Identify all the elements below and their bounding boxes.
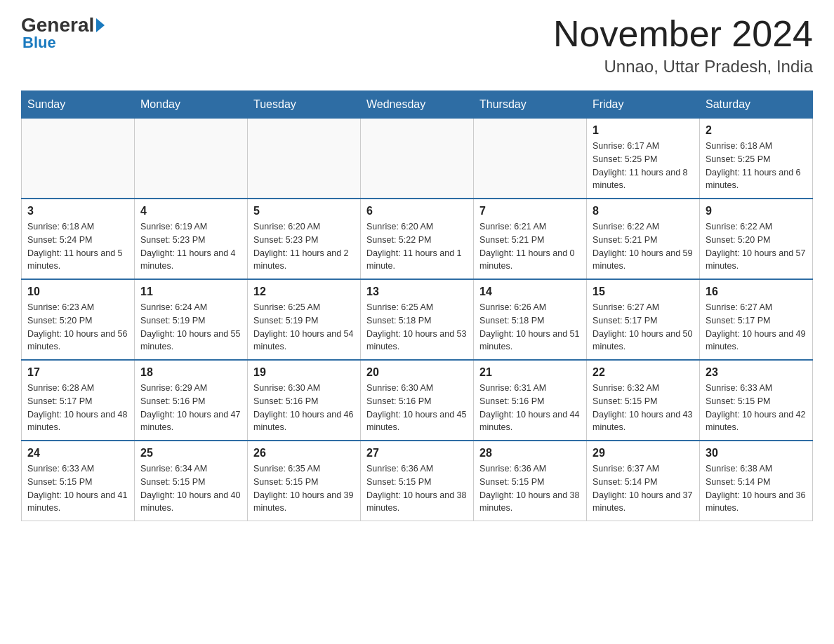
calendar-table: SundayMondayTuesdayWednesdayThursdayFrid…	[21, 90, 813, 521]
day-info: Sunrise: 6:24 AM Sunset: 5:19 PM Dayligh…	[140, 301, 241, 354]
calendar-cell: 2Sunrise: 6:18 AM Sunset: 5:25 PM Daylig…	[700, 119, 813, 199]
calendar-cell	[135, 119, 248, 199]
day-number: 27	[366, 447, 468, 459]
day-number: 10	[27, 286, 128, 298]
day-info: Sunrise: 6:22 AM Sunset: 5:20 PM Dayligh…	[706, 220, 807, 273]
day-number: 28	[479, 447, 581, 459]
calendar-day-header: Monday	[135, 91, 248, 119]
day-number: 30	[706, 447, 807, 459]
day-info: Sunrise: 6:27 AM Sunset: 5:17 PM Dayligh…	[706, 301, 807, 354]
calendar-cell: 7Sunrise: 6:21 AM Sunset: 5:21 PM Daylig…	[474, 199, 587, 279]
day-number: 1	[593, 124, 694, 137]
day-number: 25	[140, 447, 241, 459]
calendar-header-row: SundayMondayTuesdayWednesdayThursdayFrid…	[22, 91, 813, 119]
logo-blue-text: Blue	[22, 34, 56, 52]
day-number: 13	[366, 286, 468, 298]
calendar-week-row: 17Sunrise: 6:28 AM Sunset: 5:17 PM Dayli…	[22, 360, 813, 441]
day-info: Sunrise: 6:28 AM Sunset: 5:17 PM Dayligh…	[27, 382, 128, 434]
day-number: 15	[593, 286, 694, 298]
day-number: 23	[706, 366, 807, 379]
day-info: Sunrise: 6:27 AM Sunset: 5:17 PM Dayligh…	[593, 301, 694, 354]
day-info: Sunrise: 6:18 AM Sunset: 5:25 PM Dayligh…	[706, 140, 807, 192]
calendar-cell: 11Sunrise: 6:24 AM Sunset: 5:19 PM Dayli…	[135, 279, 248, 360]
calendar-cell: 12Sunrise: 6:25 AM Sunset: 5:19 PM Dayli…	[248, 279, 361, 360]
calendar-cell: 25Sunrise: 6:34 AM Sunset: 5:15 PM Dayli…	[135, 441, 248, 521]
calendar-cell: 26Sunrise: 6:35 AM Sunset: 5:15 PM Dayli…	[248, 441, 361, 521]
calendar-cell: 14Sunrise: 6:26 AM Sunset: 5:18 PM Dayli…	[474, 279, 587, 360]
day-info: Sunrise: 6:17 AM Sunset: 5:25 PM Dayligh…	[593, 140, 694, 192]
day-info: Sunrise: 6:35 AM Sunset: 5:15 PM Dayligh…	[253, 462, 355, 515]
page-header: General Blue November 2024 Unnao, Uttar …	[21, 14, 813, 76]
calendar-cell: 13Sunrise: 6:25 AM Sunset: 5:18 PM Dayli…	[361, 279, 474, 360]
calendar-cell: 22Sunrise: 6:32 AM Sunset: 5:15 PM Dayli…	[587, 360, 700, 441]
day-info: Sunrise: 6:36 AM Sunset: 5:15 PM Dayligh…	[366, 462, 468, 515]
logo: General Blue	[21, 14, 107, 52]
day-info: Sunrise: 6:25 AM Sunset: 5:19 PM Dayligh…	[253, 301, 355, 354]
page-title: November 2024	[553, 14, 813, 54]
day-number: 2	[706, 124, 807, 137]
day-info: Sunrise: 6:22 AM Sunset: 5:21 PM Dayligh…	[593, 220, 694, 273]
calendar-cell: 18Sunrise: 6:29 AM Sunset: 5:16 PM Dayli…	[135, 360, 248, 441]
calendar-cell: 30Sunrise: 6:38 AM Sunset: 5:14 PM Dayli…	[700, 441, 813, 521]
day-info: Sunrise: 6:19 AM Sunset: 5:23 PM Dayligh…	[140, 220, 241, 273]
day-number: 11	[140, 286, 241, 298]
calendar-cell	[361, 119, 474, 199]
day-number: 18	[140, 366, 241, 379]
calendar-cell	[22, 119, 135, 199]
calendar-cell: 28Sunrise: 6:36 AM Sunset: 5:15 PM Dayli…	[474, 441, 587, 521]
day-info: Sunrise: 6:33 AM Sunset: 5:15 PM Dayligh…	[706, 382, 807, 434]
day-number: 12	[253, 286, 355, 298]
day-number: 29	[593, 447, 694, 459]
calendar-cell: 17Sunrise: 6:28 AM Sunset: 5:17 PM Dayli…	[22, 360, 135, 441]
calendar-cell: 29Sunrise: 6:37 AM Sunset: 5:14 PM Dayli…	[587, 441, 700, 521]
calendar-day-header: Thursday	[474, 91, 587, 119]
day-number: 14	[479, 286, 581, 298]
day-info: Sunrise: 6:20 AM Sunset: 5:22 PM Dayligh…	[366, 220, 468, 273]
calendar-cell: 15Sunrise: 6:27 AM Sunset: 5:17 PM Dayli…	[587, 279, 700, 360]
day-info: Sunrise: 6:20 AM Sunset: 5:23 PM Dayligh…	[253, 220, 355, 273]
calendar-cell: 4Sunrise: 6:19 AM Sunset: 5:23 PM Daylig…	[135, 199, 248, 279]
day-number: 4	[140, 205, 241, 217]
day-info: Sunrise: 6:34 AM Sunset: 5:15 PM Dayligh…	[140, 462, 241, 515]
calendar-week-row: 10Sunrise: 6:23 AM Sunset: 5:20 PM Dayli…	[22, 279, 813, 360]
calendar-week-row: 3Sunrise: 6:18 AM Sunset: 5:24 PM Daylig…	[22, 199, 813, 279]
day-number: 19	[253, 366, 355, 379]
day-number: 3	[27, 205, 128, 217]
day-info: Sunrise: 6:38 AM Sunset: 5:14 PM Dayligh…	[706, 462, 807, 515]
calendar-cell: 6Sunrise: 6:20 AM Sunset: 5:22 PM Daylig…	[361, 199, 474, 279]
logo-triangle-icon	[96, 18, 105, 32]
day-number: 8	[593, 205, 694, 217]
title-area: November 2024 Unnao, Uttar Pradesh, Indi…	[553, 14, 813, 76]
calendar-cell: 3Sunrise: 6:18 AM Sunset: 5:24 PM Daylig…	[22, 199, 135, 279]
day-number: 24	[27, 447, 128, 459]
calendar-cell: 19Sunrise: 6:30 AM Sunset: 5:16 PM Dayli…	[248, 360, 361, 441]
calendar-day-header: Saturday	[700, 91, 813, 119]
day-info: Sunrise: 6:18 AM Sunset: 5:24 PM Dayligh…	[27, 220, 128, 273]
day-info: Sunrise: 6:33 AM Sunset: 5:15 PM Dayligh…	[27, 462, 128, 515]
calendar-cell: 23Sunrise: 6:33 AM Sunset: 5:15 PM Dayli…	[700, 360, 813, 441]
day-info: Sunrise: 6:23 AM Sunset: 5:20 PM Dayligh…	[27, 301, 128, 354]
calendar-cell: 21Sunrise: 6:31 AM Sunset: 5:16 PM Dayli…	[474, 360, 587, 441]
day-info: Sunrise: 6:29 AM Sunset: 5:16 PM Dayligh…	[140, 382, 241, 434]
day-number: 17	[27, 366, 128, 379]
calendar-cell: 1Sunrise: 6:17 AM Sunset: 5:25 PM Daylig…	[587, 119, 700, 199]
calendar-day-header: Sunday	[22, 91, 135, 119]
day-info: Sunrise: 6:25 AM Sunset: 5:18 PM Dayligh…	[366, 301, 468, 354]
day-info: Sunrise: 6:32 AM Sunset: 5:15 PM Dayligh…	[593, 382, 694, 434]
day-info: Sunrise: 6:26 AM Sunset: 5:18 PM Dayligh…	[479, 301, 581, 354]
day-info: Sunrise: 6:30 AM Sunset: 5:16 PM Dayligh…	[253, 382, 355, 434]
day-info: Sunrise: 6:36 AM Sunset: 5:15 PM Dayligh…	[479, 462, 581, 515]
calendar-cell: 20Sunrise: 6:30 AM Sunset: 5:16 PM Dayli…	[361, 360, 474, 441]
calendar-week-row: 1Sunrise: 6:17 AM Sunset: 5:25 PM Daylig…	[22, 119, 813, 199]
calendar-cell	[248, 119, 361, 199]
location-subtitle: Unnao, Uttar Pradesh, India	[553, 57, 813, 76]
calendar-day-header: Friday	[587, 91, 700, 119]
calendar-cell: 10Sunrise: 6:23 AM Sunset: 5:20 PM Dayli…	[22, 279, 135, 360]
calendar-cell: 8Sunrise: 6:22 AM Sunset: 5:21 PM Daylig…	[587, 199, 700, 279]
day-number: 26	[253, 447, 355, 459]
day-number: 7	[479, 205, 581, 217]
calendar-cell	[474, 119, 587, 199]
day-number: 20	[366, 366, 468, 379]
day-number: 6	[366, 205, 468, 217]
calendar-cell: 27Sunrise: 6:36 AM Sunset: 5:15 PM Dayli…	[361, 441, 474, 521]
